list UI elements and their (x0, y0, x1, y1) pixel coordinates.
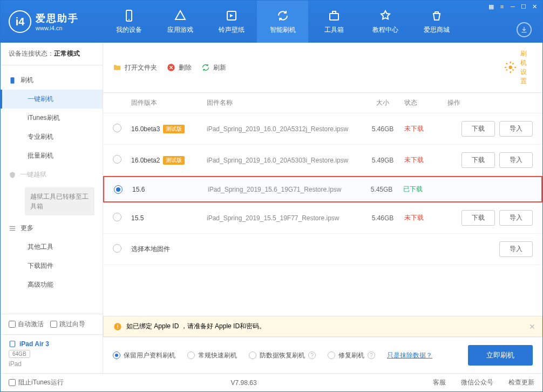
firmware-size: 5.46GB (361, 214, 404, 222)
firmware-version: 15.5 (131, 214, 207, 222)
svg-rect-5 (11, 77, 15, 84)
connection-status: 设备连接状态：正常模式 (1, 43, 103, 65)
svg-point-1 (128, 19, 130, 20)
import-button[interactable]: 导入 (499, 121, 533, 137)
app-name: 爱思助手 (36, 12, 79, 25)
nav-tab-3[interactable]: 智能刷机 (257, 1, 308, 43)
download-button[interactable]: 下载 (461, 210, 495, 226)
firmware-version: 16.0beta3测试版 (131, 125, 207, 133)
main-content: 打开文件夹 删除 刷新 刷机设置 固件版本 固件名称 大小 状态 操作 16.0… (103, 43, 542, 373)
sidebar-more-item-2[interactable]: 高级功能 (1, 275, 103, 294)
help-icon[interactable]: ? (308, 352, 316, 359)
flash-option-1[interactable]: 常规快速刷机 (187, 351, 237, 360)
toolbar: 打开文件夹 删除 刷新 刷机设置 (103, 43, 542, 93)
menu-icon[interactable]: ▦ (486, 3, 496, 10)
firmware-version: 15.6 (132, 186, 208, 193)
firmware-row[interactable]: 15.5iPad_Spring_2019_15.5_19F77_Restore.… (103, 202, 542, 234)
sidebar-more-item-1[interactable]: 下载固件 (1, 256, 103, 275)
table-header: 固件版本 固件名称 大小 状态 操作 (103, 93, 542, 113)
firmware-radio[interactable] (113, 213, 131, 223)
firmware-name: iPad_Spring_2019_16.0_20A5312j_Restore.i… (207, 125, 361, 133)
firmware-radio[interactable] (113, 124, 131, 134)
col-size: 大小 (361, 98, 404, 107)
flash-option-0[interactable]: 保留用户资料刷机 (113, 351, 175, 360)
minimize-icon[interactable]: ─ (508, 3, 518, 10)
col-ops: 操作 (447, 98, 533, 107)
nav-tab-0[interactable]: 我的设备 (103, 1, 154, 43)
svg-point-11 (509, 66, 512, 69)
window-controls: ▦ ≡ ─ ☐ ✕ (483, 1, 542, 12)
footer-link-1[interactable]: 微信公众号 (461, 378, 493, 387)
download-manager-button[interactable] (517, 22, 532, 37)
help-icon[interactable]: ? (368, 352, 375, 359)
app-version: V7.98.63 (231, 379, 257, 387)
sidebar-item-0[interactable]: 一键刷机 (1, 90, 103, 109)
firmware-size: 5.46GB (361, 125, 404, 133)
svg-rect-13 (117, 325, 118, 327)
firmware-row[interactable]: 15.6iPad_Spring_2019_15.6_19G71_Restore.… (103, 176, 542, 202)
firmware-radio[interactable] (114, 185, 132, 194)
firmware-status: 未下载 (404, 124, 447, 133)
nav-tab-4[interactable]: 工具箱 (308, 1, 359, 43)
device-info: iPad Air 3 64GB iPad (1, 334, 103, 373)
erase-data-link[interactable]: 只是抹除数据？ (387, 351, 432, 360)
firmware-name: iPad_Spring_2019_15.6_19G71_Restore.ipsw (208, 186, 360, 193)
logo-icon: i4 (9, 10, 31, 33)
firmware-row[interactable]: 选择本地固件导入 (103, 234, 542, 265)
import-button[interactable]: 导入 (499, 241, 533, 257)
app-url: www.i4.cn (36, 25, 79, 31)
sidebar-item-3[interactable]: 批量刷机 (1, 146, 103, 165)
col-version: 固件版本 (131, 98, 207, 107)
firmware-radio[interactable] (113, 244, 131, 254)
firmware-name: iPad_Spring_2019_15.5_19F77_Restore.ipsw (207, 214, 361, 222)
open-folder-button[interactable]: 打开文件夹 (113, 63, 157, 72)
footer-link-0[interactable]: 客服 (433, 378, 446, 387)
sidebar-options: 自动激活 跳过向导 (1, 314, 103, 334)
sidebar-item-2[interactable]: 专业刷机 (1, 127, 103, 146)
svg-rect-7 (10, 228, 16, 228)
flash-now-button[interactable]: 立即刷机 (468, 345, 533, 366)
download-button[interactable]: 下载 (461, 121, 495, 137)
jailbreak-note: 越狱工具已转移至工具箱 (25, 187, 94, 215)
sidebar-item-1[interactable]: iTunes刷机 (1, 109, 103, 127)
block-itunes-checkbox[interactable]: 阻止iTunes运行 (9, 378, 64, 387)
close-icon[interactable]: ✕ (530, 3, 539, 10)
flash-option-3[interactable]: 修复刷机? (328, 351, 375, 360)
firmware-version: 选择本地固件 (131, 245, 207, 254)
col-name: 固件名称 (207, 98, 361, 107)
download-button[interactable]: 下载 (461, 152, 495, 168)
svg-rect-8 (10, 229, 16, 230)
auto-activate-checkbox[interactable]: 自动激活 (9, 320, 44, 329)
col-status: 状态 (404, 98, 447, 107)
svg-rect-4 (332, 11, 336, 13)
warning-close-icon[interactable]: ✕ (529, 322, 535, 331)
nav-tab-5[interactable]: 教程中心 (359, 1, 411, 43)
delete-button[interactable]: 删除 (167, 63, 192, 72)
flash-option-2[interactable]: 防数据恢复刷机? (249, 351, 316, 360)
skip-guide-checkbox[interactable]: 跳过向导 (50, 320, 85, 329)
sidebar-group-more[interactable]: 更多 (1, 219, 103, 238)
import-button[interactable]: 导入 (499, 210, 533, 226)
list-icon[interactable]: ≡ (497, 3, 507, 10)
footer-link-2[interactable]: 检查更新 (508, 378, 534, 387)
nav-tab-6[interactable]: 爱思商城 (411, 1, 462, 43)
import-button[interactable]: 导入 (499, 152, 533, 168)
firmware-radio[interactable] (113, 155, 131, 165)
flash-settings-button[interactable]: 刷机设置 (504, 49, 533, 86)
nav-tab-1[interactable]: 应用游戏 (154, 1, 206, 43)
sidebar-group-flash[interactable]: 刷机 (1, 71, 103, 90)
maximize-icon[interactable]: ☐ (519, 3, 528, 10)
firmware-row[interactable]: 16.0beta3测试版iPad_Spring_2019_16.0_20A531… (103, 113, 542, 145)
svg-rect-14 (117, 328, 118, 328)
firmware-status: 未下载 (404, 156, 447, 165)
device-name[interactable]: iPad Air 3 (9, 340, 94, 348)
firmware-size: 5.49GB (361, 157, 404, 164)
app-logo: i4 爱思助手 www.i4.cn (1, 1, 103, 43)
sidebar: 设备连接状态：正常模式 刷机 一键刷机iTunes刷机专业刷机批量刷机 一键越狱… (1, 43, 103, 373)
refresh-button[interactable]: 刷新 (201, 63, 226, 72)
sidebar-more-item-0[interactable]: 其他工具 (1, 238, 103, 256)
firmware-row[interactable]: 16.0beta2测试版iPad_Spring_2019_16.0_20A530… (103, 145, 542, 176)
nav-tab-2[interactable]: 铃声壁纸 (206, 1, 257, 43)
warning-bar: 如已绑定 Apple ID ，请准备好 Apple ID和密码。 ✕ (103, 316, 542, 337)
action-bar: 保留用户资料刷机常规快速刷机防数据恢复刷机?修复刷机?只是抹除数据？立即刷机 (103, 337, 542, 373)
